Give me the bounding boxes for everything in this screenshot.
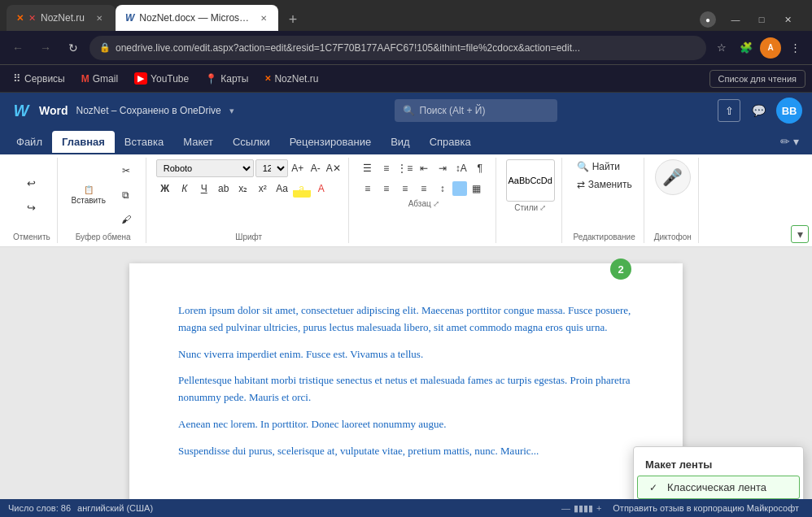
forward-button[interactable]: →	[34, 37, 57, 59]
styles-button[interactable]: AaBbCcDd	[506, 159, 555, 202]
tab-layout[interactable]: Макет	[173, 131, 223, 153]
new-tab-button[interactable]: +	[282, 8, 304, 31]
bookmark-maps[interactable]: 📍 Карты	[199, 70, 255, 88]
change-case-button[interactable]: Aa	[273, 180, 291, 198]
superscript-button[interactable]: x²	[254, 180, 272, 198]
word-doc-title: NozNet – Сохранено в OneDrive	[76, 105, 221, 116]
font-family-select[interactable]: Roboto	[156, 159, 254, 177]
tab2-close[interactable]: ✕	[259, 11, 268, 24]
tab1-close[interactable]: ✕	[93, 11, 106, 24]
align-left-button[interactable]: ≡	[359, 180, 377, 198]
undo-button[interactable]: ↩	[19, 172, 45, 194]
italic-button[interactable]: К	[176, 180, 194, 198]
reload-button[interactable]: ↻	[62, 37, 85, 59]
font-decrease-button[interactable]: A-	[308, 159, 324, 177]
para-expand[interactable]: ⤢	[433, 199, 439, 208]
clipboard-label: Буфер обмена	[76, 232, 131, 241]
font-size-select[interactable]: 12	[255, 159, 288, 177]
line-spacing-button[interactable]: ↕	[434, 180, 452, 198]
justify-button[interactable]: ≡	[415, 180, 433, 198]
align-right-button[interactable]: ≡	[396, 180, 414, 198]
bullets-button[interactable]: ☰	[359, 159, 377, 177]
gmail-icon: M	[81, 73, 89, 85]
tab-view[interactable]: Вид	[381, 131, 420, 153]
classic-check-icon: ✓	[649, 482, 661, 493]
classic-ribbon-item[interactable]: ✓ Классическая лента	[637, 476, 800, 499]
feedback-button[interactable]: Отправить отзыв в корпорацию Майкрософт	[608, 503, 804, 513]
avatar[interactable]: ВВ	[776, 98, 802, 124]
copy-button[interactable]: ⧉	[113, 184, 139, 206]
reading-list-button[interactable]: Список для чтения	[709, 70, 805, 88]
bold-button[interactable]: Ж	[156, 180, 174, 198]
browser-profile-icon[interactable]: ●	[700, 11, 716, 28]
tab-review[interactable]: Рецензирование	[280, 131, 381, 153]
bookmark-noznet[interactable]: ✕ NozNet.ru	[258, 70, 325, 88]
strikethrough-button[interactable]: аb	[215, 180, 233, 198]
bookmark-star-icon[interactable]: ☆	[711, 37, 732, 59]
dictate-group: 🎤 Диктофон	[648, 158, 699, 243]
tab-insert[interactable]: Вставка	[115, 131, 173, 153]
bookmark-youtube[interactable]: ▶ YouTube	[128, 69, 195, 88]
edit-icon[interactable]: ✏ ▾	[774, 132, 805, 151]
font-color-button[interactable]: A	[312, 180, 330, 198]
para-label-row: Абзац ⤢	[408, 199, 439, 208]
word-logo[interactable]: W	[10, 99, 33, 122]
format-painter-button[interactable]: 🖌	[113, 208, 139, 231]
align-center-button[interactable]: ≡	[378, 180, 395, 198]
close-button[interactable]: ✕	[776, 11, 799, 28]
minimize-button[interactable]: —	[724, 11, 747, 28]
styles-expand[interactable]: ⤢	[539, 203, 546, 212]
redo-button[interactable]: ↪	[19, 196, 45, 219]
word-app: W Word NozNet – Сохранено в OneDrive ▾ 🔍…	[0, 93, 812, 517]
shading-button[interactable]	[452, 181, 467, 196]
profile-avatar-icon[interactable]: A	[760, 37, 781, 59]
decrease-indent-button[interactable]: ⇤	[415, 159, 433, 177]
styles-label: Стили	[514, 203, 538, 212]
tab-word[interactable]: W NozNet.docx — Microsoft Word... ✕	[116, 5, 278, 31]
tab-noznet[interactable]: ✕ ✕ NozNet.ru ✕	[7, 5, 116, 31]
underline-button[interactable]: Ч	[195, 180, 213, 198]
tab-file[interactable]: Файл	[7, 131, 52, 153]
cut-button[interactable]: ✂	[113, 159, 139, 182]
increase-indent-button[interactable]: ⇥	[434, 159, 452, 177]
para-label: Абзац	[408, 199, 431, 208]
bookmark-services[interactable]: ⠿ Сервисы	[7, 69, 72, 88]
back-button[interactable]: ←	[7, 37, 29, 59]
menu-button[interactable]: ⋮	[784, 37, 805, 59]
subscript-button[interactable]: x₂	[234, 180, 252, 198]
multilevel-button[interactable]: ⋮≡	[396, 159, 414, 177]
tab-help[interactable]: Справка	[420, 131, 481, 153]
tab-home[interactable]: Главная	[52, 131, 115, 153]
maximize-button[interactable]: □	[750, 11, 773, 28]
paste-button[interactable]: 📋 Вставить	[68, 174, 110, 216]
font-group: Roboto 12 A+ A- A✕ Ж К Ч аb x	[150, 158, 349, 243]
para-row1: ☰ ≡ ⋮≡ ⇤ ⇥ ↕A ¶	[359, 159, 489, 177]
tab-bar: ✕ ✕ NozNet.ru ✕ W NozNet.docx — Microsof…	[0, 0, 812, 31]
font-increase-button[interactable]: A+	[290, 159, 306, 177]
bookmark-gmail[interactable]: M Gmail	[75, 70, 124, 88]
clipboard-controls: 📋 Вставить ✂ ⧉ 🖌	[68, 159, 139, 231]
share-button[interactable]: ⇧	[718, 99, 740, 122]
highlight-button[interactable]: a	[293, 180, 311, 198]
url-bar[interactable]: 🔒 onedrive.live.com/edit.aspx?action=edi…	[89, 36, 706, 60]
paste-label: Вставить	[72, 196, 106, 205]
undo-redo-controls: ↩ ↪	[19, 159, 45, 231]
para-row2: ≡ ≡ ≡ ≡ ↕ ▦	[359, 180, 489, 198]
dictate-button[interactable]: 🎤	[655, 159, 691, 195]
font-row1: Roboto 12 A+ A- A✕	[156, 159, 342, 177]
borders-button[interactable]: ▦	[468, 180, 486, 198]
ribbon-expand-button[interactable]: ▾	[791, 225, 809, 243]
clear-format-button[interactable]: A✕	[325, 159, 342, 177]
extensions-icon[interactable]: 🧩	[736, 37, 757, 59]
word-search-box[interactable]: 🔍 Поиск (Alt + Й)	[395, 99, 558, 122]
show-marks-button[interactable]: ¶	[471, 159, 489, 177]
replace-button[interactable]: ⇄ Заменить	[572, 177, 637, 192]
sort-button[interactable]: ↕A	[452, 159, 470, 177]
doc-container: 1 Lorem ipsum dolor sit amet, consectetu…	[0, 247, 812, 499]
find-button[interactable]: 🔍 Найти	[572, 159, 637, 174]
tab-references[interactable]: Ссылки	[223, 131, 280, 153]
undo-redo-stack: ↩ ↪	[19, 172, 45, 219]
numbering-button[interactable]: ≡	[378, 159, 395, 177]
comments-button[interactable]: 💬	[747, 99, 770, 122]
cut-copy-group: ✂ ⧉ 🖌	[113, 159, 139, 231]
